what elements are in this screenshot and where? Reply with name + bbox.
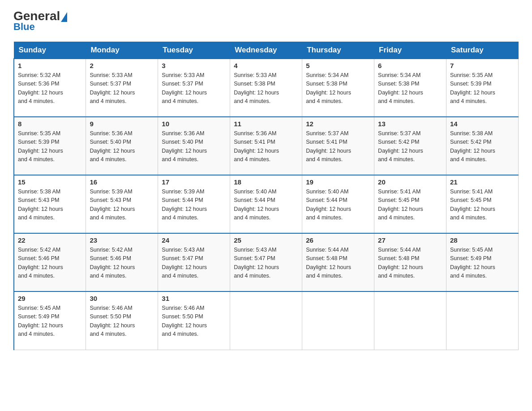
day-number: 30 bbox=[90, 295, 154, 302]
day-info: Sunrise: 5:36 AMSunset: 5:41 PMDaylight:… bbox=[234, 129, 298, 164]
header-friday: Friday bbox=[374, 42, 446, 59]
calendar-cell: 10Sunrise: 5:36 AMSunset: 5:40 PMDayligh… bbox=[158, 117, 230, 175]
calendar-cell: 14Sunrise: 5:38 AMSunset: 5:42 PMDayligh… bbox=[446, 117, 519, 175]
day-info: Sunrise: 5:37 AMSunset: 5:41 PMDaylight:… bbox=[306, 129, 370, 164]
day-number: 1 bbox=[18, 62, 82, 69]
day-number: 29 bbox=[18, 295, 82, 302]
day-info: Sunrise: 5:45 AMSunset: 5:49 PMDaylight:… bbox=[450, 246, 515, 281]
day-number: 19 bbox=[306, 178, 370, 186]
day-info: Sunrise: 5:36 AMSunset: 5:40 PMDaylight:… bbox=[90, 129, 154, 164]
calendar-cell: 15Sunrise: 5:38 AMSunset: 5:43 PMDayligh… bbox=[14, 175, 86, 233]
calendar-cell: 3Sunrise: 5:33 AMSunset: 5:37 PMDaylight… bbox=[158, 59, 230, 117]
day-info: Sunrise: 5:42 AMSunset: 5:46 PMDaylight:… bbox=[18, 246, 82, 281]
day-number: 31 bbox=[162, 295, 226, 302]
calendar-cell: 21Sunrise: 5:41 AMSunset: 5:45 PMDayligh… bbox=[446, 175, 519, 233]
header-sunday: Sunday bbox=[14, 42, 86, 59]
day-info: Sunrise: 5:37 AMSunset: 5:42 PMDaylight:… bbox=[378, 129, 442, 164]
calendar-cell: 29Sunrise: 5:45 AMSunset: 5:49 PMDayligh… bbox=[14, 291, 86, 350]
week-row-2: 8Sunrise: 5:35 AMSunset: 5:39 PMDaylight… bbox=[14, 117, 519, 175]
day-info: Sunrise: 5:39 AMSunset: 5:44 PMDaylight:… bbox=[162, 188, 226, 223]
calendar-cell: 13Sunrise: 5:37 AMSunset: 5:42 PMDayligh… bbox=[374, 117, 446, 175]
header-wednesday: Wednesday bbox=[230, 42, 302, 59]
calendar-cell: 30Sunrise: 5:46 AMSunset: 5:50 PMDayligh… bbox=[86, 291, 158, 350]
day-number: 18 bbox=[234, 178, 298, 186]
calendar-cell: 20Sunrise: 5:41 AMSunset: 5:45 PMDayligh… bbox=[374, 175, 446, 233]
day-number: 12 bbox=[306, 120, 370, 128]
day-info: Sunrise: 5:33 AMSunset: 5:38 PMDaylight:… bbox=[234, 71, 298, 106]
day-number: 7 bbox=[450, 62, 515, 69]
day-number: 10 bbox=[162, 120, 226, 128]
day-number: 24 bbox=[162, 236, 226, 244]
day-number: 15 bbox=[18, 178, 82, 186]
logo-triangle-icon bbox=[61, 12, 67, 22]
day-number: 3 bbox=[162, 62, 226, 69]
calendar-cell: 5Sunrise: 5:34 AMSunset: 5:38 PMDaylight… bbox=[302, 59, 374, 117]
day-info: Sunrise: 5:32 AMSunset: 5:36 PMDaylight:… bbox=[18, 71, 82, 106]
header-tuesday: Tuesday bbox=[158, 42, 230, 59]
logo-blue-text: Blue bbox=[13, 21, 35, 33]
calendar-cell: 12Sunrise: 5:37 AMSunset: 5:41 PMDayligh… bbox=[302, 117, 374, 175]
day-info: Sunrise: 5:35 AMSunset: 5:39 PMDaylight:… bbox=[450, 71, 515, 106]
calendar-cell: 24Sunrise: 5:43 AMSunset: 5:47 PMDayligh… bbox=[158, 233, 230, 291]
day-info: Sunrise: 5:45 AMSunset: 5:49 PMDaylight:… bbox=[18, 304, 82, 339]
calendar-cell: 28Sunrise: 5:45 AMSunset: 5:49 PMDayligh… bbox=[446, 233, 519, 291]
day-number: 22 bbox=[18, 236, 82, 244]
day-info: Sunrise: 5:40 AMSunset: 5:44 PMDaylight:… bbox=[234, 188, 298, 223]
calendar-cell: 18Sunrise: 5:40 AMSunset: 5:44 PMDayligh… bbox=[230, 175, 302, 233]
calendar-cell bbox=[230, 291, 302, 350]
calendar-cell: 25Sunrise: 5:43 AMSunset: 5:47 PMDayligh… bbox=[230, 233, 302, 291]
calendar-cell: 26Sunrise: 5:44 AMSunset: 5:48 PMDayligh… bbox=[302, 233, 374, 291]
day-number: 2 bbox=[90, 62, 154, 69]
calendar-cell: 9Sunrise: 5:36 AMSunset: 5:40 PMDaylight… bbox=[86, 117, 158, 175]
day-info: Sunrise: 5:44 AMSunset: 5:48 PMDaylight:… bbox=[306, 246, 370, 281]
calendar-cell: 22Sunrise: 5:42 AMSunset: 5:46 PMDayligh… bbox=[14, 233, 86, 291]
calendar-cell: 27Sunrise: 5:44 AMSunset: 5:48 PMDayligh… bbox=[374, 233, 446, 291]
day-info: Sunrise: 5:46 AMSunset: 5:50 PMDaylight:… bbox=[162, 304, 226, 339]
header-row: SundayMondayTuesdayWednesdayThursdayFrid… bbox=[14, 42, 519, 59]
day-info: Sunrise: 5:34 AMSunset: 5:38 PMDaylight:… bbox=[378, 71, 442, 106]
day-number: 8 bbox=[18, 120, 82, 128]
calendar-cell: 16Sunrise: 5:39 AMSunset: 5:43 PMDayligh… bbox=[86, 175, 158, 233]
week-row-3: 15Sunrise: 5:38 AMSunset: 5:43 PMDayligh… bbox=[14, 175, 519, 233]
calendar-cell: 19Sunrise: 5:40 AMSunset: 5:44 PMDayligh… bbox=[302, 175, 374, 233]
page-header: General Blue bbox=[13, 9, 519, 33]
day-info: Sunrise: 5:40 AMSunset: 5:44 PMDaylight:… bbox=[306, 188, 370, 223]
calendar-cell: 4Sunrise: 5:33 AMSunset: 5:38 PMDaylight… bbox=[230, 59, 302, 117]
header-monday: Monday bbox=[86, 42, 158, 59]
calendar-cell: 11Sunrise: 5:36 AMSunset: 5:41 PMDayligh… bbox=[230, 117, 302, 175]
day-number: 26 bbox=[306, 236, 370, 244]
day-info: Sunrise: 5:42 AMSunset: 5:46 PMDaylight:… bbox=[90, 246, 154, 281]
day-number: 16 bbox=[90, 178, 154, 186]
day-info: Sunrise: 5:35 AMSunset: 5:39 PMDaylight:… bbox=[18, 129, 82, 164]
day-info: Sunrise: 5:36 AMSunset: 5:40 PMDaylight:… bbox=[162, 129, 226, 164]
logo: General Blue bbox=[13, 9, 68, 33]
calendar-table: SundayMondayTuesdayWednesdayThursdayFrid… bbox=[13, 42, 519, 350]
day-number: 27 bbox=[378, 236, 442, 244]
calendar-cell: 1Sunrise: 5:32 AMSunset: 5:36 PMDaylight… bbox=[14, 59, 86, 117]
calendar-cell bbox=[446, 291, 519, 350]
day-info: Sunrise: 5:38 AMSunset: 5:42 PMDaylight:… bbox=[450, 129, 515, 164]
calendar-cell: 7Sunrise: 5:35 AMSunset: 5:39 PMDaylight… bbox=[446, 59, 519, 117]
calendar-cell: 17Sunrise: 5:39 AMSunset: 5:44 PMDayligh… bbox=[158, 175, 230, 233]
week-row-1: 1Sunrise: 5:32 AMSunset: 5:36 PMDaylight… bbox=[14, 59, 519, 117]
day-number: 11 bbox=[234, 120, 298, 128]
day-number: 13 bbox=[378, 120, 442, 128]
day-info: Sunrise: 5:43 AMSunset: 5:47 PMDaylight:… bbox=[162, 246, 226, 281]
day-info: Sunrise: 5:33 AMSunset: 5:37 PMDaylight:… bbox=[90, 71, 154, 106]
day-info: Sunrise: 5:41 AMSunset: 5:45 PMDaylight:… bbox=[378, 188, 442, 223]
calendar-cell: 31Sunrise: 5:46 AMSunset: 5:50 PMDayligh… bbox=[158, 291, 230, 350]
day-info: Sunrise: 5:44 AMSunset: 5:48 PMDaylight:… bbox=[378, 246, 442, 281]
week-row-4: 22Sunrise: 5:42 AMSunset: 5:46 PMDayligh… bbox=[14, 233, 519, 291]
day-number: 21 bbox=[450, 178, 515, 186]
day-info: Sunrise: 5:34 AMSunset: 5:38 PMDaylight:… bbox=[306, 71, 370, 106]
day-number: 17 bbox=[162, 178, 226, 186]
day-info: Sunrise: 5:43 AMSunset: 5:47 PMDaylight:… bbox=[234, 246, 298, 281]
day-number: 23 bbox=[90, 236, 154, 244]
day-number: 20 bbox=[378, 178, 442, 186]
day-info: Sunrise: 5:38 AMSunset: 5:43 PMDaylight:… bbox=[18, 188, 82, 223]
day-info: Sunrise: 5:33 AMSunset: 5:37 PMDaylight:… bbox=[162, 71, 226, 106]
day-number: 5 bbox=[306, 62, 370, 69]
week-row-5: 29Sunrise: 5:45 AMSunset: 5:49 PMDayligh… bbox=[14, 291, 519, 350]
day-info: Sunrise: 5:39 AMSunset: 5:43 PMDaylight:… bbox=[90, 188, 154, 223]
calendar-cell bbox=[374, 291, 446, 350]
